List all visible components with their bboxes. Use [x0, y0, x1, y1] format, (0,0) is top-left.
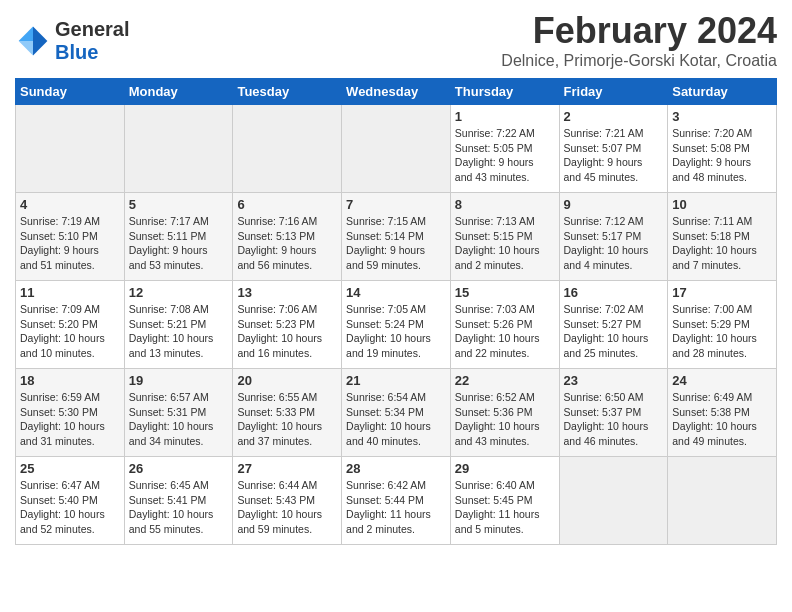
day-number: 10: [672, 197, 772, 212]
col-header-monday: Monday: [124, 79, 233, 105]
calendar-cell: 20Sunrise: 6:55 AM Sunset: 5:33 PM Dayli…: [233, 369, 342, 457]
day-number: 22: [455, 373, 555, 388]
day-number: 17: [672, 285, 772, 300]
calendar-table: SundayMondayTuesdayWednesdayThursdayFrid…: [15, 78, 777, 545]
day-number: 9: [564, 197, 664, 212]
calendar-cell: [124, 105, 233, 193]
location-title: Delnice, Primorje-Gorski Kotar, Croatia: [501, 52, 777, 70]
day-info: Sunrise: 6:47 AM Sunset: 5:40 PM Dayligh…: [20, 478, 120, 537]
logo-icon: [15, 23, 51, 59]
calendar-cell: 27Sunrise: 6:44 AM Sunset: 5:43 PM Dayli…: [233, 457, 342, 545]
day-info: Sunrise: 6:55 AM Sunset: 5:33 PM Dayligh…: [237, 390, 337, 449]
calendar-cell: 18Sunrise: 6:59 AM Sunset: 5:30 PM Dayli…: [16, 369, 125, 457]
day-number: 4: [20, 197, 120, 212]
svg-marker-3: [33, 41, 47, 55]
day-number: 20: [237, 373, 337, 388]
day-number: 23: [564, 373, 664, 388]
day-number: 21: [346, 373, 446, 388]
calendar-cell: 11Sunrise: 7:09 AM Sunset: 5:20 PM Dayli…: [16, 281, 125, 369]
day-number: 16: [564, 285, 664, 300]
day-info: Sunrise: 7:08 AM Sunset: 5:21 PM Dayligh…: [129, 302, 229, 361]
calendar-cell: [668, 457, 777, 545]
day-number: 13: [237, 285, 337, 300]
calendar-cell: 28Sunrise: 6:42 AM Sunset: 5:44 PM Dayli…: [342, 457, 451, 545]
calendar-cell: 12Sunrise: 7:08 AM Sunset: 5:21 PM Dayli…: [124, 281, 233, 369]
week-row-1: 1Sunrise: 7:22 AM Sunset: 5:05 PM Daylig…: [16, 105, 777, 193]
day-number: 28: [346, 461, 446, 476]
logo: General Blue: [15, 18, 129, 64]
day-info: Sunrise: 6:42 AM Sunset: 5:44 PM Dayligh…: [346, 478, 446, 537]
day-number: 26: [129, 461, 229, 476]
calendar-cell: [16, 105, 125, 193]
day-info: Sunrise: 7:12 AM Sunset: 5:17 PM Dayligh…: [564, 214, 664, 273]
day-info: Sunrise: 6:45 AM Sunset: 5:41 PM Dayligh…: [129, 478, 229, 537]
col-header-tuesday: Tuesday: [233, 79, 342, 105]
day-number: 2: [564, 109, 664, 124]
day-number: 8: [455, 197, 555, 212]
week-row-2: 4Sunrise: 7:19 AM Sunset: 5:10 PM Daylig…: [16, 193, 777, 281]
logo-general: General: [55, 18, 129, 40]
day-number: 1: [455, 109, 555, 124]
col-header-friday: Friday: [559, 79, 668, 105]
col-header-wednesday: Wednesday: [342, 79, 451, 105]
calendar-cell: [233, 105, 342, 193]
calendar-cell: 22Sunrise: 6:52 AM Sunset: 5:36 PM Dayli…: [450, 369, 559, 457]
day-number: 15: [455, 285, 555, 300]
calendar-header-row: SundayMondayTuesdayWednesdayThursdayFrid…: [16, 79, 777, 105]
calendar-cell: 10Sunrise: 7:11 AM Sunset: 5:18 PM Dayli…: [668, 193, 777, 281]
col-header-saturday: Saturday: [668, 79, 777, 105]
day-info: Sunrise: 7:13 AM Sunset: 5:15 PM Dayligh…: [455, 214, 555, 273]
page-header: General Blue February 2024 Delnice, Prim…: [15, 10, 777, 70]
svg-marker-1: [19, 27, 33, 41]
col-header-sunday: Sunday: [16, 79, 125, 105]
calendar-cell: 14Sunrise: 7:05 AM Sunset: 5:24 PM Dayli…: [342, 281, 451, 369]
day-info: Sunrise: 6:50 AM Sunset: 5:37 PM Dayligh…: [564, 390, 664, 449]
calendar-cell: 29Sunrise: 6:40 AM Sunset: 5:45 PM Dayli…: [450, 457, 559, 545]
day-info: Sunrise: 7:22 AM Sunset: 5:05 PM Dayligh…: [455, 126, 555, 185]
day-info: Sunrise: 7:05 AM Sunset: 5:24 PM Dayligh…: [346, 302, 446, 361]
day-info: Sunrise: 6:57 AM Sunset: 5:31 PM Dayligh…: [129, 390, 229, 449]
calendar-cell: 21Sunrise: 6:54 AM Sunset: 5:34 PM Dayli…: [342, 369, 451, 457]
day-info: Sunrise: 6:49 AM Sunset: 5:38 PM Dayligh…: [672, 390, 772, 449]
col-header-thursday: Thursday: [450, 79, 559, 105]
day-number: 24: [672, 373, 772, 388]
day-info: Sunrise: 7:02 AM Sunset: 5:27 PM Dayligh…: [564, 302, 664, 361]
day-info: Sunrise: 7:09 AM Sunset: 5:20 PM Dayligh…: [20, 302, 120, 361]
day-info: Sunrise: 7:17 AM Sunset: 5:11 PM Dayligh…: [129, 214, 229, 273]
svg-marker-0: [33, 27, 47, 41]
calendar-cell: 26Sunrise: 6:45 AM Sunset: 5:41 PM Dayli…: [124, 457, 233, 545]
calendar-cell: 23Sunrise: 6:50 AM Sunset: 5:37 PM Dayli…: [559, 369, 668, 457]
calendar-cell: [559, 457, 668, 545]
day-info: Sunrise: 6:52 AM Sunset: 5:36 PM Dayligh…: [455, 390, 555, 449]
day-number: 6: [237, 197, 337, 212]
day-number: 29: [455, 461, 555, 476]
day-number: 27: [237, 461, 337, 476]
day-info: Sunrise: 7:21 AM Sunset: 5:07 PM Dayligh…: [564, 126, 664, 185]
day-info: Sunrise: 7:03 AM Sunset: 5:26 PM Dayligh…: [455, 302, 555, 361]
calendar-cell: 13Sunrise: 7:06 AM Sunset: 5:23 PM Dayli…: [233, 281, 342, 369]
day-number: 25: [20, 461, 120, 476]
day-number: 7: [346, 197, 446, 212]
calendar-cell: 6Sunrise: 7:16 AM Sunset: 5:13 PM Daylig…: [233, 193, 342, 281]
svg-marker-2: [19, 41, 33, 55]
day-info: Sunrise: 6:44 AM Sunset: 5:43 PM Dayligh…: [237, 478, 337, 537]
calendar-cell: 1Sunrise: 7:22 AM Sunset: 5:05 PM Daylig…: [450, 105, 559, 193]
day-number: 12: [129, 285, 229, 300]
week-row-4: 18Sunrise: 6:59 AM Sunset: 5:30 PM Dayli…: [16, 369, 777, 457]
day-info: Sunrise: 6:40 AM Sunset: 5:45 PM Dayligh…: [455, 478, 555, 537]
day-info: Sunrise: 7:19 AM Sunset: 5:10 PM Dayligh…: [20, 214, 120, 273]
day-info: Sunrise: 7:00 AM Sunset: 5:29 PM Dayligh…: [672, 302, 772, 361]
calendar-cell: 17Sunrise: 7:00 AM Sunset: 5:29 PM Dayli…: [668, 281, 777, 369]
day-number: 11: [20, 285, 120, 300]
calendar-cell: 24Sunrise: 6:49 AM Sunset: 5:38 PM Dayli…: [668, 369, 777, 457]
day-info: Sunrise: 7:11 AM Sunset: 5:18 PM Dayligh…: [672, 214, 772, 273]
day-number: 5: [129, 197, 229, 212]
calendar-cell: 2Sunrise: 7:21 AM Sunset: 5:07 PM Daylig…: [559, 105, 668, 193]
day-info: Sunrise: 7:20 AM Sunset: 5:08 PM Dayligh…: [672, 126, 772, 185]
day-info: Sunrise: 6:59 AM Sunset: 5:30 PM Dayligh…: [20, 390, 120, 449]
calendar-cell: 4Sunrise: 7:19 AM Sunset: 5:10 PM Daylig…: [16, 193, 125, 281]
calendar-cell: 8Sunrise: 7:13 AM Sunset: 5:15 PM Daylig…: [450, 193, 559, 281]
title-block: February 2024 Delnice, Primorje-Gorski K…: [501, 10, 777, 70]
day-number: 18: [20, 373, 120, 388]
calendar-cell: 9Sunrise: 7:12 AM Sunset: 5:17 PM Daylig…: [559, 193, 668, 281]
